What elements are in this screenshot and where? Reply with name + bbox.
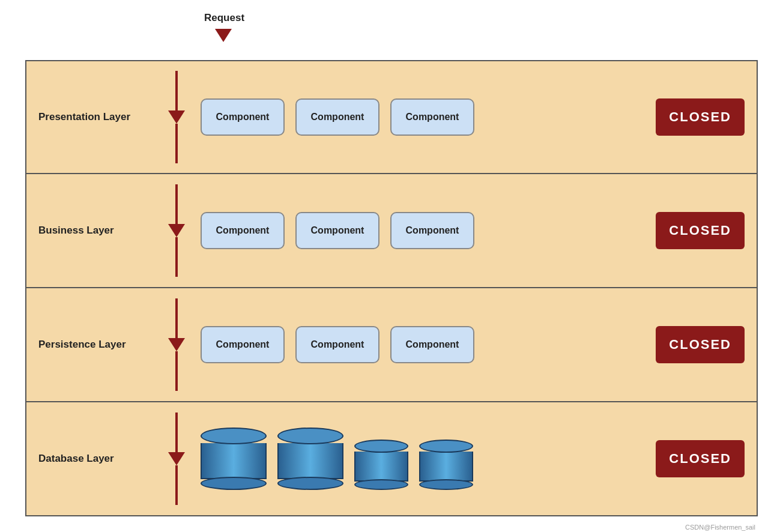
cyl-bottom-1 (201, 477, 267, 490)
db-cylinder-2 (277, 428, 343, 490)
persistence-layer-row: Persistence Layer Component Component Co… (25, 288, 758, 402)
business-arrow (168, 184, 185, 277)
business-component-2: Component (295, 212, 379, 249)
database-layer-row: Database Layer (25, 402, 758, 516)
cyl-top-4 (419, 440, 473, 453)
business-arrow-col (153, 184, 201, 277)
presentation-components: Component Component Component (201, 98, 656, 136)
database-arrow (168, 413, 185, 505)
presentation-component-2: Component (295, 98, 379, 136)
cyl-top-3 (354, 440, 408, 453)
cyl-body-4 (419, 452, 473, 482)
database-layer-label: Database Layer (38, 453, 153, 465)
business-component-1: Component (201, 212, 285, 249)
database-closed-badge: CLOSED (656, 440, 745, 477)
request-label: Request (204, 12, 244, 24)
cyl-bottom-2 (277, 477, 343, 490)
db-cylinder-4 (419, 440, 473, 490)
cyl-bottom-4 (419, 479, 473, 490)
presentation-component-1: Component (201, 98, 285, 136)
business-layer-row: Business Layer Component Component Compo… (25, 174, 758, 288)
business-layer-label: Business Layer (38, 225, 153, 237)
persistence-arrow-col (153, 298, 201, 391)
presentation-arrow-col (153, 71, 201, 163)
cyl-top-1 (201, 428, 267, 444)
persistence-component-3: Component (390, 326, 474, 363)
persistence-layer-label: Persistence Layer (38, 339, 153, 351)
top-request-arrow (215, 29, 232, 42)
presentation-closed-badge: CLOSED (656, 98, 745, 136)
db-cylinder-3 (354, 440, 408, 490)
database-arrow-col (153, 413, 201, 505)
business-component-3: Component (390, 212, 474, 249)
cyl-body-3 (354, 452, 408, 482)
database-cylinders (201, 428, 656, 490)
presentation-layer-label: Presentation Layer (38, 111, 153, 123)
watermark: CSDN@Fishermen_sail (685, 524, 755, 531)
presentation-arrow (168, 71, 185, 163)
persistence-closed-badge: CLOSED (656, 326, 745, 363)
persistence-components: Component Component Component (201, 326, 656, 363)
business-closed-badge: CLOSED (656, 212, 745, 249)
cyl-body-1 (201, 443, 267, 479)
cyl-top-2 (277, 428, 343, 444)
cyl-body-2 (277, 443, 343, 479)
presentation-component-3: Component (390, 98, 474, 136)
cyl-bottom-3 (354, 479, 408, 490)
diagram-wrapper: Request Presentation Layer Component Com… (13, 0, 770, 532)
db-cylinder-1 (201, 428, 267, 490)
persistence-component-1: Component (201, 326, 285, 363)
presentation-layer-row: Presentation Layer Component Component C… (25, 60, 758, 174)
business-components: Component Component Component (201, 212, 656, 249)
persistence-arrow (168, 298, 185, 391)
persistence-component-2: Component (295, 326, 379, 363)
layers-container: Presentation Layer Component Component C… (25, 60, 758, 516)
